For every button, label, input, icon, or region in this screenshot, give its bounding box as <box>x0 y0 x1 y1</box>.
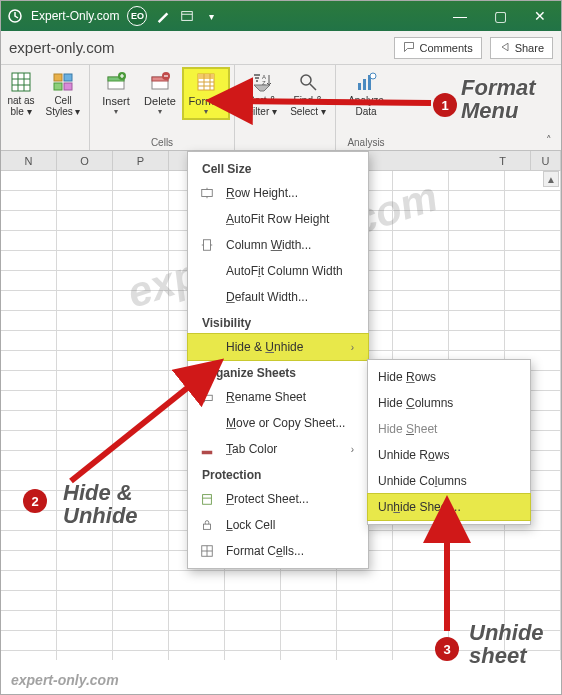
cell-styles-label: Cell Styles ▾ <box>45 95 80 117</box>
user-badge[interactable]: EO <box>127 6 147 26</box>
col-header[interactable]: O <box>57 151 113 170</box>
col-header[interactable]: T <box>475 151 531 170</box>
svg-rect-32 <box>202 190 213 197</box>
menu-default-width[interactable]: Default Width... <box>188 284 368 310</box>
menu-lock-cell[interactable]: Lock Cell <box>188 512 368 538</box>
insert-icon <box>105 71 127 93</box>
menu-section-cell-size: Cell Size <box>188 156 368 180</box>
ribbon-group-cells: Cells <box>96 135 228 148</box>
menu-tab-color[interactable]: Tab Color › <box>188 436 368 462</box>
delete-button[interactable]: Delete ▾ <box>140 69 180 118</box>
format-cells-icon <box>198 542 216 560</box>
delete-icon <box>149 71 171 93</box>
chevron-down-icon: ▾ <box>158 107 162 116</box>
menu-protect-sheet[interactable]: Protect Sheet... <box>188 486 368 512</box>
menu-label: Unhide Rows <box>378 448 449 462</box>
svg-point-31 <box>370 73 376 79</box>
comment-icon <box>403 41 415 55</box>
doc-title: Expert-Only.com <box>31 9 119 23</box>
col-width-icon <box>198 236 216 254</box>
delete-label: Delete <box>144 95 176 107</box>
svg-rect-1 <box>182 12 193 21</box>
sort-filter-button[interactable]: AZ Sort & Filter ▾ <box>241 69 283 119</box>
svg-rect-33 <box>204 240 211 251</box>
menu-move-copy[interactable]: Move or Copy Sheet... <box>188 410 368 436</box>
cell-styles-button[interactable]: Cell Styles ▾ <box>43 69 83 119</box>
analyze-data-button[interactable]: Analyze Data <box>342 69 390 119</box>
scroll-up-button[interactable]: ▲ <box>543 171 559 187</box>
menu-label: Default Width... <box>226 290 308 304</box>
svg-rect-37 <box>203 495 212 505</box>
insert-label: Insert <box>102 95 130 107</box>
menu-section-organize: Organize Sheets <box>188 360 368 384</box>
analyze-label: Analyze Data <box>348 95 384 117</box>
analyze-icon <box>355 71 377 93</box>
col-header[interactable]: U <box>531 151 561 170</box>
annotation-unhide-sheet: Unhidesheet <box>469 621 544 667</box>
svg-rect-19 <box>198 74 214 79</box>
annotation-badge-2: 2 <box>23 489 47 513</box>
menu-format-cells[interactable]: Format Cells... <box>188 538 368 564</box>
menu-hide-unhide[interactable]: Hide & Unhide › <box>188 334 368 360</box>
qa-title: expert-only.com <box>9 39 115 56</box>
menu-column-width[interactable]: Column Width... <box>188 232 368 258</box>
menu-section-protection: Protection <box>188 462 368 486</box>
menu-autofit-row[interactable]: AutoFit Row Height <box>188 206 368 232</box>
menu-hide-columns[interactable]: Hide Columns <box>368 390 530 416</box>
sort-filter-compound-icon: AZ <box>251 71 273 93</box>
menu-rename-sheet[interactable]: Rename Sheet <box>188 384 368 410</box>
svg-point-26 <box>301 75 311 85</box>
maximize-button[interactable]: ▢ <box>485 8 515 24</box>
menu-autofit-column[interactable]: AutoFit Column Width <box>188 258 368 284</box>
draw-icon[interactable] <box>155 8 171 24</box>
share-icon <box>499 41 511 55</box>
ribbon-mode-icon[interactable] <box>179 8 195 24</box>
svg-rect-34 <box>202 395 213 400</box>
share-label: Share <box>515 42 544 54</box>
menu-label: Rename Sheet <box>226 390 306 404</box>
insert-button[interactable]: Insert ▾ <box>96 69 136 118</box>
menu-hide-sheet[interactable]: Hide Sheet <box>368 416 530 442</box>
menu-label: AutoFit Column Width <box>226 264 343 278</box>
col-header[interactable]: N <box>1 151 57 170</box>
autosave-icon <box>7 8 23 24</box>
svg-rect-10 <box>54 83 62 90</box>
svg-rect-36 <box>202 451 213 455</box>
row-height-icon <box>198 184 216 202</box>
chevron-down-icon: ▾ <box>204 107 208 116</box>
protect-icon <box>198 490 216 508</box>
menu-label: Hide Sheet <box>378 422 437 436</box>
titlebar: Expert-Only.com EO ▾ — ▢ ✕ <box>1 1 561 31</box>
menu-row-height[interactable]: Row Height... <box>188 180 368 206</box>
hide-unhide-submenu: Hide Rows Hide Columns Hide Sheet Unhide… <box>367 359 531 525</box>
menu-unhide-columns[interactable]: Unhide Columns <box>368 468 530 494</box>
svg-rect-11 <box>64 83 72 90</box>
svg-rect-28 <box>358 83 361 90</box>
menu-hide-rows[interactable]: Hide Rows <box>368 364 530 390</box>
format-button[interactable]: Format ▾ <box>184 69 228 118</box>
comments-button[interactable]: Comments <box>394 37 481 59</box>
format-icon <box>195 71 217 93</box>
col-header[interactable]: P <box>113 151 169 170</box>
menu-label: Column Width... <box>226 238 311 252</box>
menu-label: Unhide Sheet... <box>378 500 461 514</box>
minimize-button[interactable]: — <box>445 8 475 24</box>
footer-watermark: expert-only.com <box>11 672 119 688</box>
menu-unhide-rows[interactable]: Unhide Rows <box>368 442 530 468</box>
overflow-icon[interactable]: ▾ <box>203 8 219 24</box>
submenu-arrow-icon: › <box>351 444 354 455</box>
find-select-button[interactable]: Find & Select ▾ <box>287 69 329 119</box>
ribbon-group-analysis: Analysis <box>342 135 390 148</box>
close-button[interactable]: ✕ <box>525 8 555 24</box>
chevron-down-icon: ▾ <box>114 107 118 116</box>
menu-label: Hide Columns <box>378 396 453 410</box>
ribbon-collapse-button[interactable]: ˄ <box>541 132 557 148</box>
svg-rect-8 <box>54 74 62 81</box>
rename-icon <box>198 388 216 406</box>
format-as-table-button[interactable]: nat as ble ▾ <box>3 69 39 119</box>
svg-line-27 <box>310 84 316 90</box>
format-menu: Cell Size Row Height... AutoFit Row Heig… <box>187 151 369 569</box>
menu-unhide-sheet[interactable]: Unhide Sheet... <box>368 494 530 520</box>
share-button[interactable]: Share <box>490 37 553 59</box>
menu-label: Move or Copy Sheet... <box>226 416 345 430</box>
